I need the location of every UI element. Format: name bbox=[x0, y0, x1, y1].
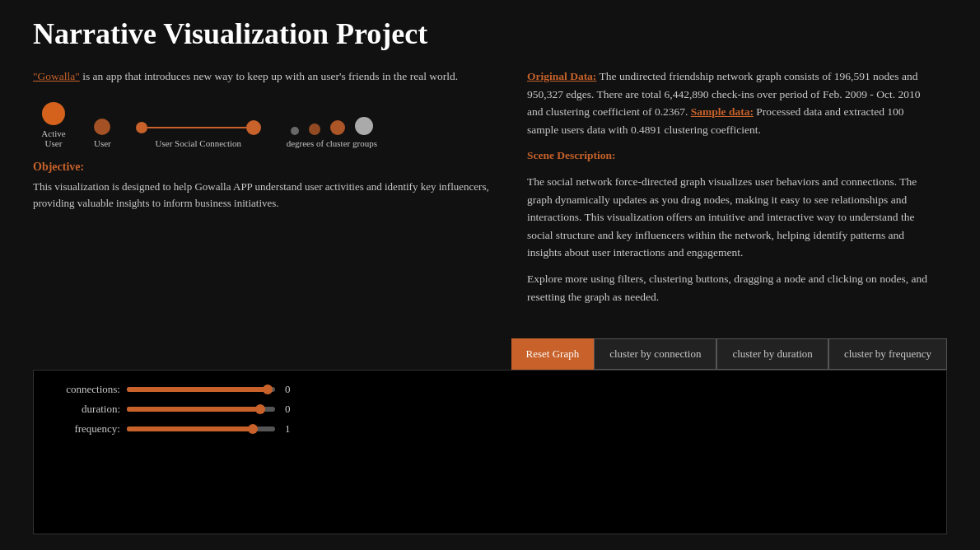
frequency-fill bbox=[127, 426, 253, 431]
scene-label-para: Scene Description: bbox=[527, 147, 931, 165]
legend-social-connection-label: User Social Connection bbox=[156, 138, 241, 148]
connections-filter: connections: 0 bbox=[46, 383, 310, 396]
reset-graph-button[interactable]: Reset Graph bbox=[511, 338, 595, 370]
graph-area[interactable]: connections: 0 duration: 0 bbox=[33, 370, 947, 534]
connection-end-dot bbox=[246, 120, 261, 135]
degree-1-dot bbox=[291, 127, 299, 135]
cluster-by-duration-button[interactable]: cluster by duration bbox=[716, 338, 828, 370]
filter-row: connections: 0 duration: 0 bbox=[46, 383, 310, 436]
frequency-value: 1 bbox=[285, 422, 291, 436]
degree-3-dot bbox=[330, 120, 345, 135]
right-panel: Original Data: The undirected friendship… bbox=[527, 68, 931, 314]
legend-social-connection: User Social Connection bbox=[136, 120, 261, 148]
connections-label: connections: bbox=[46, 383, 120, 396]
duration-label: duration: bbox=[46, 403, 120, 416]
frequency-filter: frequency: 1 bbox=[46, 422, 310, 436]
legend-degrees: degrees of cluster groups bbox=[286, 117, 378, 148]
bottom-section: Reset Graph cluster by connection cluste… bbox=[33, 338, 947, 534]
duration-slider[interactable] bbox=[127, 407, 275, 412]
page-title: Narrative Visualization Project bbox=[33, 16, 947, 51]
degree-4-dot bbox=[355, 117, 373, 135]
original-data-para: Original Data: The undirected friendship… bbox=[527, 68, 931, 138]
connections-fill bbox=[127, 387, 268, 392]
legend-container: Active User User User Social bbox=[33, 102, 494, 148]
gowalla-link[interactable]: "Gowalla" bbox=[33, 70, 80, 82]
legend-user: User bbox=[94, 119, 111, 148]
frequency-slider[interactable] bbox=[127, 426, 275, 431]
duration-value: 0 bbox=[285, 403, 291, 416]
duration-fill bbox=[127, 407, 260, 412]
explore-text: Explore more using filters, clustering b… bbox=[527, 270, 931, 305]
duration-filter: duration: 0 bbox=[46, 403, 310, 416]
connections-value: 0 bbox=[285, 383, 291, 396]
original-data-label: Original Data: bbox=[527, 70, 596, 82]
user-dot bbox=[94, 119, 110, 135]
legend-degrees-label: degrees of cluster groups bbox=[287, 138, 377, 148]
intro-text: "Gowalla" is an app that introduces new … bbox=[33, 68, 494, 86]
duration-thumb[interactable] bbox=[255, 404, 265, 414]
connection-line bbox=[147, 127, 246, 128]
legend-user-label: User bbox=[94, 138, 111, 148]
cluster-by-frequency-button[interactable]: cluster by frequency bbox=[828, 338, 947, 370]
objective-text: This visualization is designed to help G… bbox=[33, 179, 494, 213]
connections-thumb[interactable] bbox=[263, 385, 273, 394]
legend-active-user: Active User bbox=[33, 102, 74, 148]
legend-active-user-label: Active User bbox=[33, 128, 74, 148]
frequency-label: frequency: bbox=[46, 422, 120, 436]
scene-text: The social network force-directed graph … bbox=[527, 173, 931, 262]
degree-2-dot bbox=[309, 124, 320, 135]
scene-description-label: Scene Description: bbox=[527, 149, 616, 161]
active-user-dot bbox=[42, 102, 65, 125]
connection-start-dot bbox=[136, 122, 147, 133]
objective-title: Objective: bbox=[33, 161, 494, 174]
connections-slider[interactable] bbox=[127, 387, 275, 392]
cluster-by-connection-button[interactable]: cluster by connection bbox=[594, 338, 716, 370]
objective-section: Objective: This visualization is designe… bbox=[33, 161, 494, 213]
cluster-buttons-row: Reset Graph cluster by connection cluste… bbox=[33, 338, 947, 370]
sample-data-label: Sample data: bbox=[691, 105, 754, 118]
frequency-thumb[interactable] bbox=[248, 424, 258, 434]
